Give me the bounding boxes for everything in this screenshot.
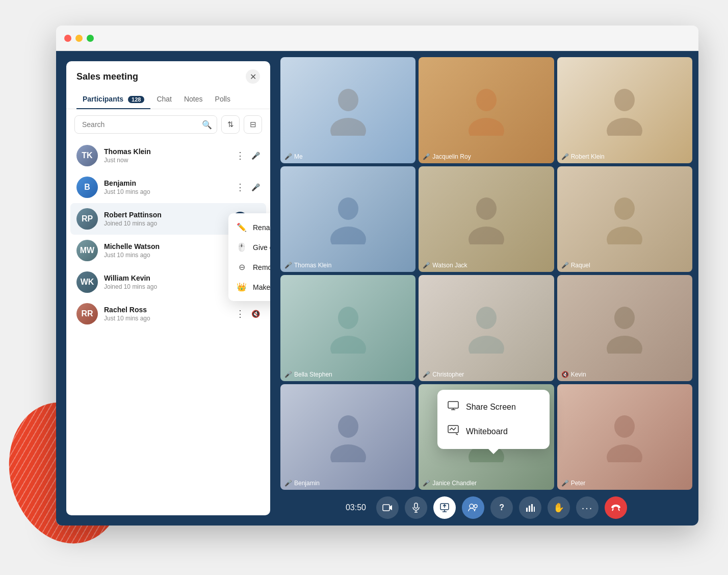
avatar-thomas: TK (76, 145, 98, 166)
participant-info-thomas: Thomas Klein Just now (104, 147, 233, 164)
participant-actions-benjamin: ⋮ 🎤 (233, 180, 260, 194)
timer-display: 03:50 (346, 503, 366, 512)
video-grid-area: 🎤 Me 🎤 Jacquelin Roy (280, 51, 698, 526)
participant-item-benjamin[interactable]: B Benjamin Just 10 mins ago ⋮ 🎤 (70, 171, 266, 203)
stats-button[interactable] (519, 496, 541, 519)
context-menu-rename[interactable]: ✏️ Rename (228, 217, 270, 237)
svg-point-36 (470, 504, 474, 508)
give-control-icon: 🖱️ (237, 242, 247, 252)
video-cell-peter: 🎤 Peter (557, 384, 692, 490)
more-button-benjamin[interactable]: ⋮ (233, 180, 247, 194)
svg-point-19 (330, 444, 366, 462)
context-menu-remove[interactable]: ⊖ Remove participant (228, 257, 270, 277)
share-button[interactable] (433, 496, 456, 519)
avatar-rachel: RR (76, 303, 98, 324)
share-popup: Share Screen Whiteboard (437, 390, 550, 449)
svg-point-6 (338, 197, 358, 220)
mute-icon-benjamin: 🎤 (251, 183, 260, 191)
context-menu-rename-label: Rename (253, 223, 270, 232)
reactions-button[interactable]: ✋ (548, 496, 570, 519)
help-icon: ? (499, 503, 504, 512)
svg-point-8 (476, 197, 497, 220)
tab-notes[interactable]: Notes (178, 90, 209, 109)
svg-point-3 (469, 118, 504, 136)
svg-rect-24 (448, 402, 458, 408)
video-label-jacquelin: 🎤 Jacquelin Roy (423, 153, 471, 160)
mic-icon-me: 🎤 (284, 153, 292, 160)
mic-icon-thomas-klein: 🎤 (284, 262, 292, 269)
app-window: Sales meeting ✕ Participants 128 Chat No… (56, 26, 698, 526)
svg-point-4 (614, 89, 635, 111)
participant-status-thomas: Just now (104, 157, 233, 164)
search-input-wrap: 🔍 (74, 115, 217, 134)
context-menu-give-control-label: Give control (253, 243, 270, 252)
svg-point-17 (607, 336, 642, 354)
co-host-icon: 👑 (237, 282, 247, 292)
participant-item-rachel[interactable]: RR Rachel Ross Just 10 mins ago ⋮ 🔇 (70, 298, 266, 330)
help-button[interactable]: ? (490, 496, 513, 519)
context-menu: ✏️ Rename 🖱️ Give control ⊖ Remove parti… (228, 213, 270, 301)
svg-rect-29 (383, 505, 389, 511)
sort-button[interactable]: ⇅ (221, 115, 240, 134)
svg-line-43 (618, 509, 619, 511)
participants-button[interactable] (462, 496, 484, 519)
participant-status-rachel: Just 10 mins ago (104, 315, 233, 322)
tab-polls[interactable]: Polls (209, 90, 237, 109)
search-input[interactable] (74, 115, 217, 134)
title-bar (56, 26, 698, 51)
search-area: 🔍 ⇅ ⊟ (66, 109, 270, 140)
minimize-traffic-light[interactable] (75, 35, 83, 42)
context-menu-give-control[interactable]: 🖱️ Give control (228, 237, 270, 257)
avatar-michelle: MW (76, 240, 98, 261)
video-cell-me: 🎤 Me (280, 57, 415, 163)
app-content: Sales meeting ✕ Participants 128 Chat No… (56, 51, 698, 526)
mic-icon-peter: 🎤 (561, 480, 569, 487)
video-cell-bella: 🎤 Bella Stephen (280, 275, 415, 381)
whiteboard-label: Whiteboard (466, 427, 508, 436)
mute-icon-rachel: 🔇 (251, 310, 260, 318)
svg-point-0 (338, 89, 358, 111)
video-cell-thomas-klein: 🎤 Thomas Klein (280, 166, 415, 272)
participant-list: TK Thomas Klein Just now ⋮ 🎤 B Benjamin (66, 140, 270, 515)
svg-point-22 (614, 415, 635, 438)
end-call-button[interactable] (605, 496, 627, 519)
filter-button[interactable]: ⊟ (244, 115, 262, 134)
svg-point-18 (338, 415, 358, 438)
close-panel-button[interactable]: ✕ (246, 69, 260, 84)
more-button-rachel[interactable]: ⋮ (233, 307, 247, 321)
whiteboard-icon (448, 425, 459, 438)
svg-rect-39 (529, 506, 530, 512)
close-traffic-light[interactable] (64, 35, 71, 42)
participant-status-robert: Joined 10 mins ago (104, 220, 233, 227)
svg-point-11 (607, 227, 642, 244)
mic-icon-watson-jack: 🎤 (423, 262, 430, 269)
svg-line-28 (456, 434, 458, 435)
participant-item-robert[interactable]: RP Robert Pattinson Joined 10 mins ago ⋮… (70, 203, 266, 235)
video-cell-watson-jack: 🎤 Watson Jack (419, 166, 554, 272)
participant-name-william: William Kevin (104, 274, 233, 282)
tab-participants[interactable]: Participants 128 (76, 90, 150, 109)
more-icon: ··· (582, 502, 593, 514)
svg-point-9 (469, 227, 504, 244)
whiteboard-option[interactable]: Whiteboard (437, 419, 550, 444)
svg-point-12 (338, 307, 358, 329)
share-screen-option[interactable]: Share Screen (437, 395, 550, 419)
svg-point-13 (330, 336, 366, 354)
microphone-button[interactable] (405, 496, 427, 519)
svg-point-14 (476, 307, 497, 329)
more-button-thomas[interactable]: ⋮ (233, 148, 247, 163)
context-menu-co-host[interactable]: 👑 Make Co-Host (228, 277, 270, 297)
participant-item-thomas[interactable]: TK Thomas Klein Just now ⋮ 🎤 (70, 140, 266, 171)
participant-status-benjamin: Just 10 mins ago (104, 188, 233, 195)
mic-icon-jacquelin: 🎤 (423, 153, 430, 160)
maximize-traffic-light[interactable] (87, 35, 94, 42)
camera-button[interactable] (376, 496, 399, 519)
more-options-button[interactable]: ··· (576, 496, 599, 519)
tab-chat[interactable]: Chat (150, 90, 178, 109)
video-label-thomas-klein: 🎤 Thomas Klein (284, 262, 331, 269)
mic-icon-christopher: 🎤 (423, 371, 430, 378)
video-label-robert-klein: 🎤 Robert Klein (561, 153, 605, 160)
participant-info-william: William Kevin Joined 10 mins ago (104, 274, 233, 290)
context-menu-co-host-label: Make Co-Host (253, 283, 270, 291)
mic-icon-raquel: 🎤 (561, 262, 569, 269)
